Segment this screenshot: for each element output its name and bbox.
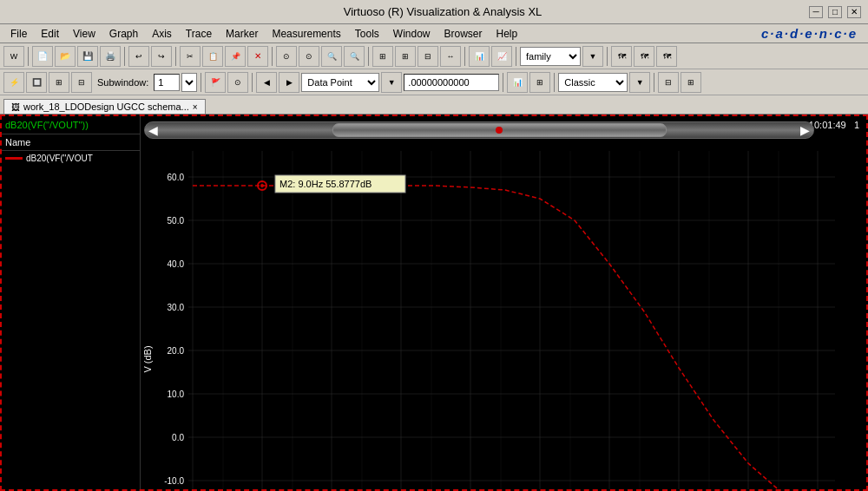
legend-color-swatch (5, 157, 23, 160)
legend-header: Name (2, 134, 140, 151)
tab-close-button[interactable]: × (193, 102, 198, 112)
sep-1 (28, 47, 29, 66)
main-tab[interactable]: 🖼 work_18_LDODesign UGCC schema... × (3, 99, 206, 114)
close-button[interactable]: ✕ (847, 6, 861, 18)
tb-icon-11[interactable]: ✕ (247, 46, 268, 67)
svg-text:50.0: 50.0 (168, 216, 185, 226)
tb-icon-8[interactable]: ✂ (180, 46, 201, 67)
subwindow-input[interactable] (154, 74, 180, 91)
tb-icon-17[interactable]: ⊞ (395, 46, 416, 67)
tb2-icon-5[interactable]: 🚩 (205, 72, 226, 93)
scroll-left-arrow[interactable]: ◀ (148, 123, 158, 137)
scroll-right-arrow[interactable]: ▶ (800, 123, 810, 137)
tb-icon-9[interactable]: 📋 (202, 46, 223, 67)
svg-point-50 (260, 184, 264, 187)
tb-icon-18[interactable]: ⊟ (418, 46, 438, 67)
sep2-1 (201, 73, 201, 92)
tb-icon-4[interactable]: 💾 (77, 46, 98, 67)
tb2-datapoint-btn[interactable]: ▼ (381, 72, 402, 93)
tb-icon-14[interactable]: 🔍 (321, 46, 342, 67)
tb2-icon-3[interactable]: ⊞ (49, 72, 69, 93)
sep-2 (124, 47, 125, 66)
tb-icon-16[interactable]: ⊞ (372, 46, 393, 67)
tb-icon-15[interactable]: 🔍 (344, 46, 365, 67)
tb2-icon-7[interactable]: ◀ (256, 72, 277, 93)
tb-icon-3[interactable]: 📂 (55, 46, 76, 67)
tb2-icon-1[interactable]: ⚡ (3, 72, 24, 93)
tb2-icon-4[interactable]: ⊟ (71, 72, 92, 93)
tb-icon-23[interactable]: 🗺 (634, 46, 654, 67)
tb-icon-13[interactable]: ⊙ (299, 46, 319, 67)
minimize-button[interactable]: ─ (809, 6, 823, 18)
svg-text:0.0: 0.0 (172, 433, 184, 442)
tb2-icon-11[interactable]: ⊟ (658, 72, 679, 93)
window-controls[interactable]: ─ □ ✕ (809, 6, 861, 18)
coord-input[interactable] (404, 74, 499, 91)
svg-text:M2: 9.0Hz 55.8777dB: M2: 9.0Hz 55.8777dB (279, 179, 372, 189)
menu-browser[interactable]: Browser (437, 26, 490, 42)
tb-icon-12[interactable]: ⊙ (276, 46, 297, 67)
menu-axis[interactable]: Axis (145, 26, 179, 42)
sep2-2 (252, 73, 253, 92)
tb2-icon-10[interactable]: ⊞ (529, 72, 550, 93)
svg-text:40.0: 40.0 (168, 259, 185, 269)
tb-icon-24[interactable]: 🗺 (656, 46, 677, 67)
toolbar-2: ⚡ 🔲 ⊞ ⊟ Subwindow: ▼ 🚩 ⊙ ◀ ▶ Data Point … (0, 69, 868, 95)
tb-icon-5[interactable]: 🖨️ (100, 46, 121, 67)
sep-3 (175, 47, 176, 66)
svg-text:30.0: 30.0 (168, 303, 185, 312)
tb2-icon-12[interactable]: ⊞ (681, 72, 701, 93)
plot-area: Tue Jun 21 10:01:49 1 ◀ ▶ (141, 116, 866, 489)
plot-equation: dB20(VF("/VOUT")) (2, 116, 140, 134)
subwindow-label: Subwindow: (94, 77, 152, 88)
svg-text:-10.0: -10.0 (164, 476, 184, 486)
sep2-5 (654, 73, 654, 92)
tb-icon-19[interactable]: ↔ (440, 46, 461, 67)
svg-text:V (dB): V (dB) (142, 345, 153, 372)
tb2-icon-2[interactable]: 🔲 (26, 72, 47, 93)
family-select[interactable]: family (520, 47, 581, 66)
menu-measurements[interactable]: Measurements (265, 26, 347, 42)
tb-icon-21[interactable]: 📈 (491, 46, 512, 67)
sep2-4 (554, 73, 555, 92)
app-title: Virtuoso (R) Visualization & Analysis XL (76, 5, 809, 18)
tb-icon-20[interactable]: 📊 (469, 46, 490, 67)
tb2-classic-btn[interactable]: ▼ (629, 72, 650, 93)
legend-panel: dB20(VF("/VOUT")) Name dB20(VF("/VOUT (2, 116, 141, 489)
sep-6 (464, 47, 465, 66)
title-bar: Virtuoso (R) Visualization & Analysis XL… (0, 0, 868, 24)
datapoint-select[interactable]: Data Point (301, 73, 379, 92)
sep-4 (272, 47, 273, 66)
sep-7 (516, 47, 516, 66)
tb-family-btn[interactable]: ▼ (582, 46, 603, 67)
tb2-icon-9[interactable]: 📊 (507, 72, 528, 93)
menu-trace[interactable]: Trace (179, 26, 219, 42)
legend-item: dB20(VF("/VOUT (2, 151, 140, 166)
tb2-icon-6[interactable]: ⊙ (227, 72, 248, 93)
tb-icon-1[interactable]: W (3, 46, 24, 67)
tab-label: work_18_LDODesign UGCC schema... (23, 101, 189, 112)
plot-scrollbar[interactable]: ◀ ▶ (144, 121, 814, 139)
menu-help[interactable]: Help (490, 26, 525, 42)
maximize-button[interactable]: □ (828, 6, 842, 18)
subwindow-select[interactable]: ▼ (181, 73, 197, 92)
tb-icon-22[interactable]: 🗺 (611, 46, 632, 67)
main-content: dB20(VF("/VOUT")) Name dB20(VF("/VOUT Tu… (0, 115, 868, 491)
menu-marker[interactable]: Marker (219, 26, 265, 42)
menu-view[interactable]: View (66, 26, 102, 42)
tb2-icon-8[interactable]: ▶ (279, 72, 299, 93)
menu-window[interactable]: Window (386, 26, 437, 42)
menu-tools[interactable]: Tools (348, 26, 386, 42)
menu-graph[interactable]: Graph (102, 26, 145, 42)
scrollbar-thumb[interactable] (332, 123, 667, 137)
menu-file[interactable]: File (3, 26, 34, 42)
tb-icon-6[interactable]: ↩ (128, 46, 149, 67)
sep-8 (607, 47, 608, 66)
classic-select[interactable]: Classic (558, 73, 628, 92)
menu-edit[interactable]: Edit (34, 26, 66, 42)
sep2-3 (503, 73, 503, 92)
tb-icon-7[interactable]: ↪ (151, 46, 172, 67)
tb-icon-2[interactable]: 📄 (32, 46, 53, 67)
tab-bar: 🖼 work_18_LDODesign UGCC schema... × (0, 95, 868, 115)
tb-icon-10[interactable]: 📌 (225, 46, 246, 67)
